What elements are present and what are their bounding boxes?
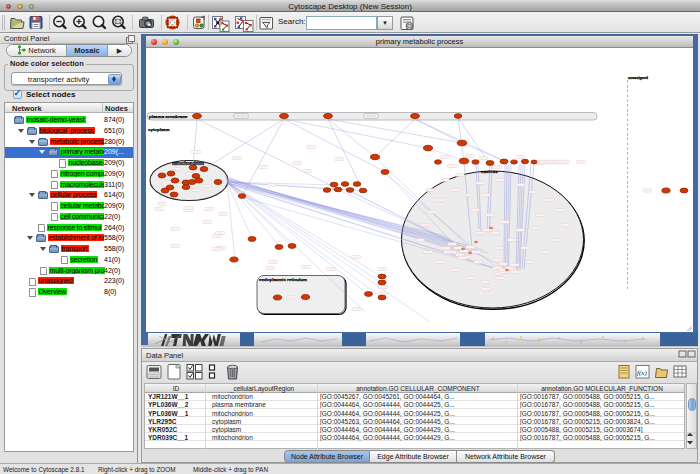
svg-text:plasma membrane: plasma membrane bbox=[149, 114, 188, 119]
svg-text:cytoplasm: cytoplasm bbox=[148, 127, 170, 132]
svg-text:1:1: 1:1 bbox=[116, 20, 121, 24]
svg-text:endoplasmic reticulum: endoplasmic reticulum bbox=[259, 277, 307, 282]
svg-text:unassigned: unassigned bbox=[628, 76, 648, 80]
svg-text:f(x): f(x) bbox=[637, 369, 647, 377]
svg-text:mitochondrion: mitochondrion bbox=[172, 161, 204, 166]
